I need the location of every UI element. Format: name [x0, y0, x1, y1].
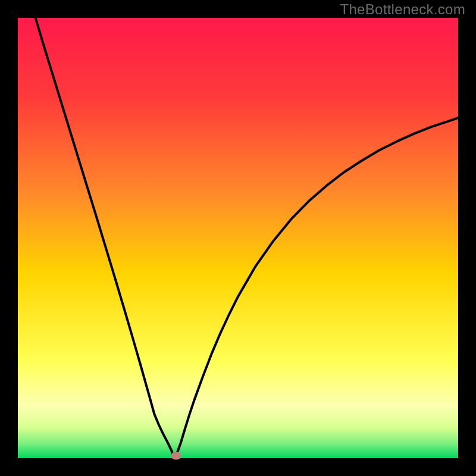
plot-background — [18, 18, 458, 458]
bottleneck-chart — [0, 0, 476, 476]
chart-frame: TheBottleneck.com — [0, 0, 476, 476]
watermark-text: TheBottleneck.com — [340, 1, 465, 18]
current-point-marker — [171, 452, 181, 460]
